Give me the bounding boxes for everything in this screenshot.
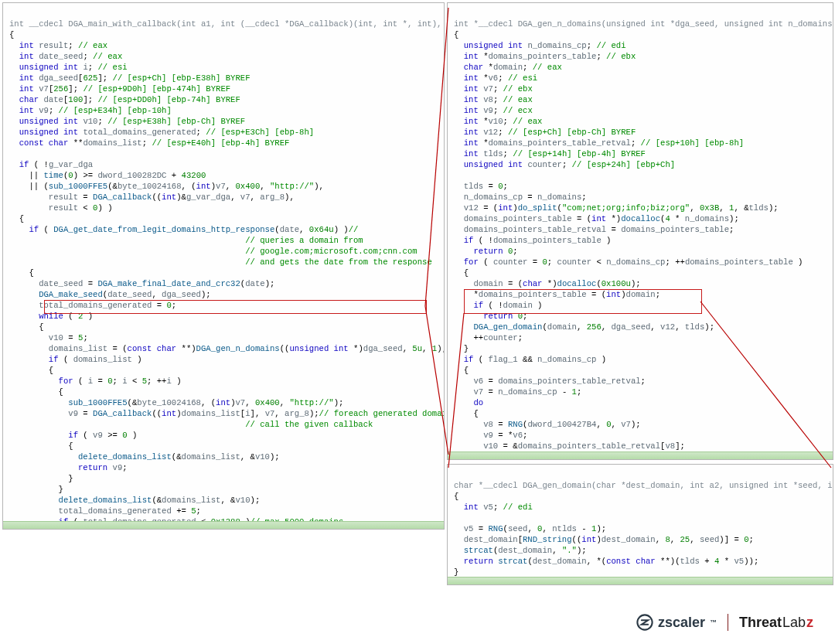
tm-mark: ™ — [710, 617, 717, 628]
logo-bar: zscaler™ ThreatLabz — [0, 601, 835, 644]
code-block-gen-domain[interactable]: char *__cdecl DGA_gen_domain(char *dest_… — [448, 465, 833, 585]
pane-footer — [448, 451, 833, 459]
screenshot-root: int __cdecl DGA_main_with_callback(int a… — [0, 0, 835, 644]
fn-signature: int *__cdecl DGA_gen_n_domains(unsigned … — [454, 19, 833, 29]
z-text: z — [806, 617, 813, 628]
zscaler-text: zscaler — [658, 617, 705, 628]
pane-footer — [448, 577, 833, 584]
zscaler-logo: zscaler™ — [636, 614, 717, 631]
fn-signature: int __cdecl DGA_main_with_callback(int a… — [9, 19, 445, 29]
threatlabz-logo: ThreatLabz — [739, 617, 813, 628]
threat-text: Threat — [739, 617, 782, 628]
zscaler-icon — [636, 614, 653, 631]
pane-footer — [3, 521, 444, 529]
decompiler-pane-left: int __cdecl DGA_main_with_callback(int a… — [2, 2, 445, 530]
lab-text: Lab — [782, 617, 806, 628]
decompiler-pane-right-bottom: char *__cdecl DGA_gen_domain(char *dest_… — [447, 464, 833, 585]
brand-divider — [728, 614, 728, 631]
decompiler-pane-right-top: int *__cdecl DGA_gen_n_domains(unsigned … — [447, 2, 833, 460]
fn-signature: char *__cdecl DGA_gen_domain(char *dest_… — [454, 481, 833, 490]
code-block-main[interactable]: int __cdecl DGA_main_with_callback(int a… — [3, 3, 444, 530]
code-block-gen-n-domains[interactable]: int *__cdecl DGA_gen_n_domains(unsigned … — [448, 3, 833, 460]
